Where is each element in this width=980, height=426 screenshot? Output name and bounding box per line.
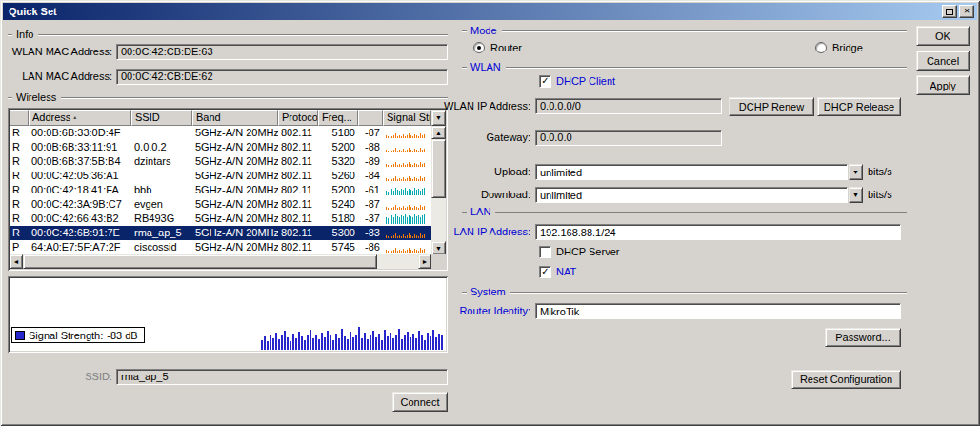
- dhcp-client-label[interactable]: DHCP Client: [556, 73, 615, 90]
- dhcp-renew-button[interactable]: DCHP Renew: [729, 97, 814, 116]
- maximize-button[interactable]: [942, 5, 957, 18]
- info-group-separator: Info: [8, 29, 448, 41]
- ssid-cell: RB493G: [131, 212, 192, 226]
- quick-set-window: Quick Set ✕ Info WLAN MAC Address: 00:0C…: [0, 0, 980, 426]
- band-cell: 5GHz-A/N 20MHz: [192, 169, 278, 183]
- nat-label[interactable]: NAT: [556, 264, 576, 280]
- mode-router-radio[interactable]: [473, 42, 485, 53]
- protocol-cell: 802.11: [278, 169, 318, 183]
- lan-group-label: LAN: [467, 206, 495, 218]
- band-cell: 5GHz-A/N 20MHz: [192, 154, 278, 169]
- download-input[interactable]: [535, 187, 848, 203]
- upload-label: Upload:: [324, 164, 530, 180]
- apply-button[interactable]: Apply: [916, 75, 970, 95]
- header-ssid[interactable]: SSID: [131, 110, 192, 126]
- download-unit-dropdown-button[interactable]: ▼: [849, 187, 863, 203]
- protocol-cell: 802.11: [278, 212, 318, 226]
- dropdown-icon: ▼: [852, 169, 859, 175]
- download-unit-label: bits/s: [868, 187, 892, 203]
- router-identity-label: Router Identity:: [324, 303, 530, 319]
- address-cell: 00:0C:42:6B:91:7E: [29, 226, 131, 240]
- ssid-cell: [131, 126, 192, 140]
- band-cell: 5GHz-A/N 20MHz: [192, 126, 278, 140]
- ssid-cell: rma_ap_5: [131, 226, 192, 240]
- dhcp-server-label[interactable]: DHCP Server: [556, 244, 619, 260]
- legend-value: -83 dB: [107, 330, 137, 341]
- lan-mac-label: LAN MAC Address:: [8, 69, 112, 85]
- close-button[interactable]: ✕: [959, 5, 974, 18]
- ssid-cell: bbb: [131, 183, 192, 197]
- band-cell: 5GHz-A/N 20MHz: [192, 183, 278, 197]
- arrow-right-icon: ►: [422, 258, 429, 265]
- nat-checkbox[interactable]: ✓: [539, 266, 551, 278]
- signal-cell: -86: [358, 240, 383, 254]
- flag-cell: R: [10, 197, 29, 212]
- upload-input[interactable]: [535, 164, 848, 180]
- horizontal-scrollbar-thumb[interactable]: [23, 254, 377, 269]
- address-cell: 00:0B:6B:33:0D:4F: [29, 126, 131, 140]
- dhcp-server-checkbox[interactable]: [539, 246, 551, 258]
- wlan-group-separator: WLAN: [462, 61, 907, 73]
- flag-cell: R: [10, 169, 29, 183]
- mode-group-label: Mode: [467, 25, 502, 37]
- upload-unit-dropdown-button[interactable]: ▼: [849, 164, 863, 180]
- connect-button[interactable]: Connect: [392, 392, 448, 412]
- dhcp-release-button[interactable]: DHCP Release: [817, 97, 901, 116]
- wireless-group-label: Wireless: [12, 91, 61, 104]
- freq-cell: 5745: [318, 240, 358, 254]
- system-group-label: System: [467, 286, 510, 298]
- wlan-ip-field: 0.0.0.0/0: [535, 98, 722, 114]
- dhcp-client-checkbox[interactable]: ✓: [539, 75, 551, 88]
- cancel-button[interactable]: Cancel: [916, 51, 970, 71]
- gateway-field: 0.0.0.0: [535, 130, 722, 146]
- titlebar[interactable]: Quick Set ✕: [3, 3, 977, 20]
- horizontal-scrollbar[interactable]: ◄ ►: [10, 254, 431, 269]
- wlan-mac-field: 00:0C:42:CB:DE:63: [116, 44, 448, 60]
- band-cell: 5GHz-A/N 20MHz: [192, 240, 278, 254]
- header-protocol[interactable]: Protocol: [278, 110, 318, 126]
- header-address[interactable]: Address▴: [29, 110, 131, 126]
- header-address-label: Address: [32, 112, 70, 123]
- router-identity-input[interactable]: [535, 303, 901, 319]
- flag-cell: P: [10, 240, 29, 254]
- legend-label: Signal Strength:: [29, 330, 103, 341]
- address-cell: 00:0B:6B:37:5B:B4: [29, 154, 131, 169]
- scroll-right-button[interactable]: ►: [418, 254, 431, 269]
- scroll-down-button[interactable]: ▼: [431, 241, 446, 254]
- flag-cell: R: [10, 154, 29, 169]
- ssid-cell: [131, 169, 192, 183]
- ssid-cell: ciscossid: [131, 240, 192, 254]
- separator-line: [502, 30, 907, 32]
- info-group-label: Info: [12, 29, 38, 41]
- scroll-left-button[interactable]: ◄: [10, 254, 23, 269]
- ok-button[interactable]: OK: [916, 26, 970, 46]
- separator-line: [510, 292, 907, 294]
- radio-selected-dot: [477, 46, 481, 50]
- protocol-cell: 802.11: [278, 140, 318, 154]
- flag-cell: R: [10, 126, 29, 140]
- address-cell: 64:A0:E7:5F:A7:2F: [29, 240, 131, 254]
- flag-cell: R: [10, 212, 29, 226]
- reset-configuration-button[interactable]: Reset Configuration: [791, 370, 901, 389]
- ssid-cell: dzintars: [131, 154, 192, 169]
- wireless-table-row[interactable]: P 64:A0:E7:5F:A7:2F ciscossid 5GHz-A/N 2…: [10, 240, 431, 254]
- ssid-cell: 0.0.0.2: [131, 140, 192, 154]
- address-cell: 00:0C:42:3A:9B:C7: [29, 197, 131, 212]
- header-band[interactable]: Band: [192, 110, 278, 126]
- lan-group-separator: LAN: [462, 206, 907, 218]
- mode-bridge-label[interactable]: Bridge: [832, 40, 863, 56]
- password-button[interactable]: Password...: [825, 328, 901, 347]
- mode-bridge-radio[interactable]: [815, 42, 827, 53]
- check-icon: ✓: [541, 76, 549, 86]
- mode-router-label[interactable]: Router: [490, 40, 522, 56]
- arrow-down-icon: ▼: [435, 245, 442, 252]
- download-label: Download:: [324, 187, 530, 203]
- signal-legend: Signal Strength: -83 dB: [11, 327, 145, 343]
- sort-ascending-icon: ▴: [73, 114, 76, 120]
- signal-bars: [383, 240, 431, 254]
- protocol-cell: 802.11: [278, 154, 318, 169]
- upload-unit-label: bits/s: [868, 164, 892, 180]
- lan-ip-input[interactable]: [535, 224, 901, 240]
- header-flag[interactable]: [10, 110, 29, 126]
- protocol-cell: 802.11: [278, 240, 318, 254]
